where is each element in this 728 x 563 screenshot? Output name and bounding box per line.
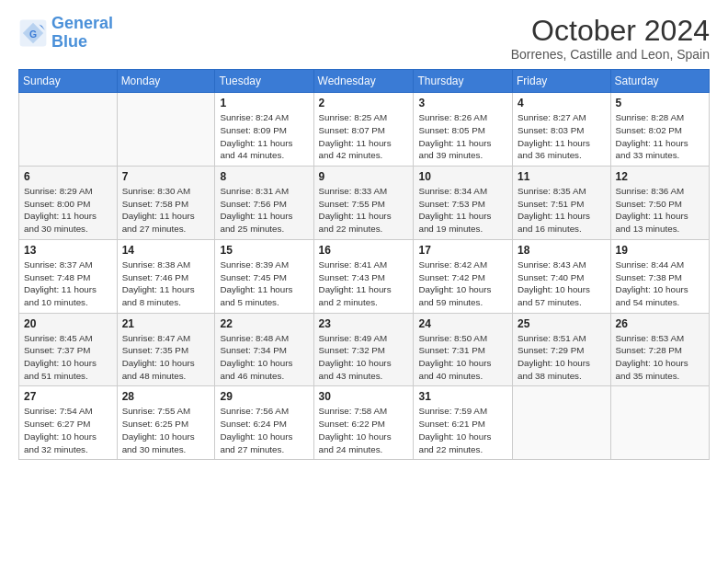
table-row [610, 386, 709, 460]
day-detail: Sunrise: 8:28 AM Sunset: 8:02 PM Dayligh… [616, 111, 704, 162]
day-detail: Sunrise: 8:24 AM Sunset: 8:09 PM Dayligh… [220, 111, 308, 162]
day-detail: Sunrise: 8:34 AM Sunset: 7:53 PM Dayligh… [418, 185, 507, 236]
day-detail: Sunrise: 8:41 AM Sunset: 7:43 PM Dayligh… [319, 259, 409, 309]
day-number: 23 [319, 317, 409, 330]
day-detail: Sunrise: 8:30 AM Sunset: 7:58 PM Dayligh… [122, 185, 210, 236]
table-row: 16Sunrise: 8:41 AM Sunset: 7:43 PM Dayli… [313, 239, 414, 313]
calendar-week-row: 20Sunrise: 8:45 AM Sunset: 7:37 PM Dayli… [19, 313, 710, 386]
day-number: 12 [616, 170, 704, 183]
table-row: 8Sunrise: 8:31 AM Sunset: 7:56 PM Daylig… [215, 167, 313, 240]
day-detail: Sunrise: 8:50 AM Sunset: 7:31 PM Dayligh… [418, 332, 507, 383]
day-detail: Sunrise: 8:42 AM Sunset: 7:42 PM Dayligh… [418, 259, 507, 309]
day-number: 27 [24, 390, 112, 403]
day-number: 20 [24, 317, 112, 330]
table-row: 6Sunrise: 8:29 AM Sunset: 8:00 PM Daylig… [19, 167, 118, 240]
day-number: 17 [418, 244, 507, 257]
table-row: 9Sunrise: 8:33 AM Sunset: 7:55 PM Daylig… [313, 167, 414, 240]
day-detail: Sunrise: 8:43 AM Sunset: 7:40 PM Dayligh… [518, 259, 606, 309]
day-number: 28 [122, 390, 210, 403]
day-detail: Sunrise: 8:31 AM Sunset: 7:56 PM Dayligh… [220, 185, 308, 236]
title-block: October 2024 Borrenes, Castille and Leon… [511, 15, 710, 62]
table-row: 13Sunrise: 8:37 AM Sunset: 7:48 PM Dayli… [19, 239, 118, 313]
table-row: 5Sunrise: 8:28 AM Sunset: 8:02 PM Daylig… [610, 93, 709, 167]
table-row: 28Sunrise: 7:55 AM Sunset: 6:25 PM Dayli… [117, 386, 215, 460]
table-row: 27Sunrise: 7:54 AM Sunset: 6:27 PM Dayli… [19, 386, 118, 460]
table-row: 31Sunrise: 7:59 AM Sunset: 6:21 PM Dayli… [414, 386, 513, 460]
day-number: 30 [319, 390, 409, 403]
logo: G General Blue [18, 15, 113, 52]
day-number: 24 [418, 317, 507, 330]
day-detail: Sunrise: 8:51 AM Sunset: 7:29 PM Dayligh… [518, 332, 606, 383]
table-row: 20Sunrise: 8:45 AM Sunset: 7:37 PM Dayli… [19, 313, 118, 386]
day-detail: Sunrise: 8:29 AM Sunset: 8:00 PM Dayligh… [24, 185, 112, 236]
table-row: 18Sunrise: 8:43 AM Sunset: 7:40 PM Dayli… [513, 239, 611, 313]
day-number: 9 [319, 170, 409, 183]
location: Borrenes, Castille and Leon, Spain [511, 47, 710, 62]
table-row: 29Sunrise: 7:56 AM Sunset: 6:24 PM Dayli… [215, 386, 313, 460]
day-number: 7 [122, 170, 210, 183]
page: G General Blue October 2024 Borrenes, Ca… [0, 0, 728, 563]
col-monday: Monday [117, 70, 215, 93]
day-detail: Sunrise: 8:25 AM Sunset: 8:07 PM Dayligh… [319, 111, 409, 162]
calendar-week-row: 1Sunrise: 8:24 AM Sunset: 8:09 PM Daylig… [19, 93, 710, 167]
col-saturday: Saturday [610, 70, 709, 93]
table-row [117, 93, 215, 167]
table-row: 10Sunrise: 8:34 AM Sunset: 7:53 PM Dayli… [414, 167, 513, 240]
calendar-week-row: 6Sunrise: 8:29 AM Sunset: 8:00 PM Daylig… [19, 167, 710, 240]
day-detail: Sunrise: 8:33 AM Sunset: 7:55 PM Dayligh… [319, 185, 409, 236]
table-row: 23Sunrise: 8:49 AM Sunset: 7:32 PM Dayli… [313, 313, 414, 386]
table-row: 26Sunrise: 8:53 AM Sunset: 7:28 PM Dayli… [610, 313, 709, 386]
day-number: 6 [24, 170, 112, 183]
table-row: 11Sunrise: 8:35 AM Sunset: 7:51 PM Dayli… [513, 167, 611, 240]
day-number: 26 [616, 317, 704, 330]
table-row: 1Sunrise: 8:24 AM Sunset: 8:09 PM Daylig… [215, 93, 313, 167]
day-detail: Sunrise: 7:59 AM Sunset: 6:21 PM Dayligh… [418, 405, 507, 455]
day-detail: Sunrise: 8:36 AM Sunset: 7:50 PM Dayligh… [616, 185, 704, 236]
table-row: 2Sunrise: 8:25 AM Sunset: 8:07 PM Daylig… [313, 93, 414, 167]
day-detail: Sunrise: 8:37 AM Sunset: 7:48 PM Dayligh… [24, 259, 112, 309]
day-number: 13 [24, 244, 112, 257]
day-detail: Sunrise: 7:54 AM Sunset: 6:27 PM Dayligh… [24, 405, 112, 455]
col-sunday: Sunday [19, 70, 118, 93]
day-number: 14 [122, 244, 210, 257]
month-title: October 2024 [511, 15, 710, 47]
day-detail: Sunrise: 8:45 AM Sunset: 7:37 PM Dayligh… [24, 332, 112, 383]
table-row: 17Sunrise: 8:42 AM Sunset: 7:42 PM Dayli… [414, 239, 513, 313]
col-tuesday: Tuesday [215, 70, 313, 93]
calendar-week-row: 13Sunrise: 8:37 AM Sunset: 7:48 PM Dayli… [19, 239, 710, 313]
day-number: 19 [616, 244, 704, 257]
calendar-week-row: 27Sunrise: 7:54 AM Sunset: 6:27 PM Dayli… [19, 386, 710, 460]
day-number: 16 [319, 244, 409, 257]
day-detail: Sunrise: 7:56 AM Sunset: 6:24 PM Dayligh… [220, 405, 308, 455]
day-number: 21 [122, 317, 210, 330]
day-number: 4 [518, 97, 606, 109]
day-number: 18 [518, 244, 606, 257]
table-row: 4Sunrise: 8:27 AM Sunset: 8:03 PM Daylig… [513, 93, 611, 167]
svg-text:G: G [29, 29, 37, 40]
day-number: 11 [518, 170, 606, 183]
table-row: 21Sunrise: 8:47 AM Sunset: 7:35 PM Dayli… [117, 313, 215, 386]
col-thursday: Thursday [414, 70, 513, 93]
day-number: 3 [418, 97, 507, 109]
day-detail: Sunrise: 7:58 AM Sunset: 6:22 PM Dayligh… [319, 405, 409, 455]
table-row: 12Sunrise: 8:36 AM Sunset: 7:50 PM Dayli… [610, 167, 709, 240]
day-number: 25 [518, 317, 606, 330]
day-number: 31 [418, 390, 507, 403]
day-detail: Sunrise: 8:44 AM Sunset: 7:38 PM Dayligh… [616, 259, 704, 309]
day-detail: Sunrise: 8:26 AM Sunset: 8:05 PM Dayligh… [418, 111, 507, 162]
day-number: 15 [220, 244, 308, 257]
table-row: 25Sunrise: 8:51 AM Sunset: 7:29 PM Dayli… [513, 313, 611, 386]
table-row: 22Sunrise: 8:48 AM Sunset: 7:34 PM Dayli… [215, 313, 313, 386]
table-row: 7Sunrise: 8:30 AM Sunset: 7:58 PM Daylig… [117, 167, 215, 240]
day-detail: Sunrise: 8:27 AM Sunset: 8:03 PM Dayligh… [518, 111, 606, 162]
day-detail: Sunrise: 8:47 AM Sunset: 7:35 PM Dayligh… [122, 332, 210, 383]
day-detail: Sunrise: 8:35 AM Sunset: 7:51 PM Dayligh… [518, 185, 606, 236]
day-number: 2 [319, 97, 409, 109]
day-detail: Sunrise: 7:55 AM Sunset: 6:25 PM Dayligh… [122, 405, 210, 455]
col-wednesday: Wednesday [313, 70, 414, 93]
day-number: 8 [220, 170, 308, 183]
table-row [513, 386, 611, 460]
day-detail: Sunrise: 8:38 AM Sunset: 7:46 PM Dayligh… [122, 259, 210, 309]
header: G General Blue October 2024 Borrenes, Ca… [18, 15, 710, 62]
table-row: 19Sunrise: 8:44 AM Sunset: 7:38 PM Dayli… [610, 239, 709, 313]
